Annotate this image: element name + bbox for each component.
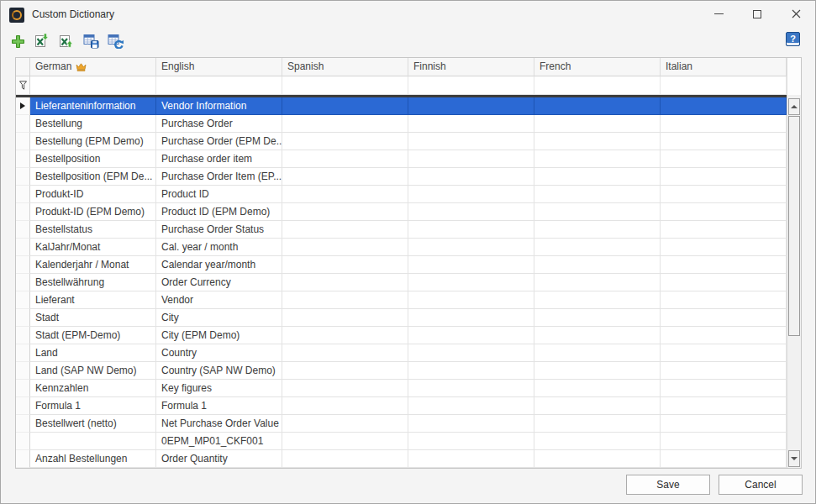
- cell-english[interactable]: Purchase Order (EPM De...: [156, 133, 282, 150]
- cell-german[interactable]: Bestellposition: [30, 150, 156, 168]
- cell-finnish[interactable]: [408, 150, 534, 168]
- column-header-finnish[interactable]: Finnish: [408, 58, 534, 76]
- cell-spanish[interactable]: [282, 239, 408, 256]
- cell-english[interactable]: Country: [156, 344, 282, 362]
- cell-french[interactable]: [534, 362, 661, 380]
- cell-english[interactable]: Order Currency: [156, 274, 282, 291]
- cell-german[interactable]: Lieferanteninformation: [30, 97, 156, 115]
- cell-italian[interactable]: [661, 97, 787, 115]
- cell-italian[interactable]: [661, 203, 787, 221]
- cell-finnish[interactable]: [408, 168, 534, 186]
- row-indicator-cell[interactable]: [16, 397, 30, 415]
- cell-german[interactable]: Produkt-ID (EPM Demo): [30, 203, 156, 221]
- cell-french[interactable]: [534, 168, 661, 186]
- cell-spanish[interactable]: [282, 450, 408, 468]
- cell-german[interactable]: Bestellung: [30, 115, 156, 133]
- column-header-french[interactable]: French: [534, 58, 661, 76]
- cell-finnish[interactable]: [408, 344, 534, 362]
- cell-spanish[interactable]: [282, 186, 408, 203]
- cell-english[interactable]: City (EPM Demo): [156, 327, 282, 344]
- cell-french[interactable]: [534, 97, 661, 115]
- cell-italian[interactable]: [661, 168, 787, 186]
- row-indicator-cell[interactable]: [16, 133, 30, 150]
- cell-english[interactable]: Net Purchase Order Value: [156, 415, 282, 433]
- cancel-button[interactable]: Cancel: [719, 475, 803, 495]
- cell-italian[interactable]: [661, 133, 787, 150]
- cell-english[interactable]: Purchase Order Status: [156, 221, 282, 239]
- cell-finnish[interactable]: [408, 397, 534, 415]
- cell-german[interactable]: Anzahl Bestellungen: [30, 450, 156, 468]
- row-indicator-cell[interactable]: [16, 327, 30, 344]
- row-indicator-cell[interactable]: [16, 256, 30, 274]
- cell-german[interactable]: Bestellposition (EPM De...: [30, 168, 156, 186]
- cell-italian[interactable]: [661, 221, 787, 239]
- maximize-button[interactable]: [738, 1, 777, 27]
- row-indicator-cell[interactable]: [16, 274, 30, 291]
- cell-german[interactable]: Bestellung (EPM Demo): [30, 133, 156, 150]
- cell-finnish[interactable]: [408, 256, 534, 274]
- cell-finnish[interactable]: [408, 380, 534, 397]
- cell-french[interactable]: [534, 327, 661, 344]
- cell-french[interactable]: [534, 239, 661, 256]
- cell-english[interactable]: 0EPM_MP01_CKF001: [156, 433, 282, 450]
- cell-french[interactable]: [534, 256, 661, 274]
- column-header-english[interactable]: English: [156, 58, 282, 76]
- cell-spanish[interactable]: [282, 256, 408, 274]
- close-button[interactable]: [777, 1, 815, 27]
- column-header-german[interactable]: German: [30, 58, 156, 76]
- cell-finnish[interactable]: [408, 221, 534, 239]
- cell-spanish[interactable]: [282, 97, 408, 115]
- row-indicator-cell[interactable]: [16, 380, 30, 397]
- cell-finnish[interactable]: [408, 327, 534, 344]
- row-indicator-cell[interactable]: [16, 450, 30, 468]
- column-header-italian[interactable]: Italian: [661, 58, 787, 76]
- cell-english[interactable]: Purchase Order Item (EP...: [156, 168, 282, 186]
- row-indicator-cell[interactable]: [16, 344, 30, 362]
- scrollbar-track[interactable]: [787, 95, 801, 468]
- filter-cell-italian[interactable]: [661, 76, 787, 95]
- cell-italian[interactable]: [661, 274, 787, 291]
- cell-spanish[interactable]: [282, 415, 408, 433]
- cell-french[interactable]: [534, 309, 661, 327]
- cell-german[interactable]: Bestellwert (netto): [30, 415, 156, 433]
- row-indicator-cell[interactable]: [16, 433, 30, 450]
- cell-spanish[interactable]: [282, 150, 408, 168]
- cell-italian[interactable]: [661, 327, 787, 344]
- cell-finnish[interactable]: [408, 239, 534, 256]
- minimize-button[interactable]: [699, 1, 738, 27]
- cell-english[interactable]: Purchase order item: [156, 150, 282, 168]
- import-excel-button[interactable]: [33, 31, 51, 51]
- cell-finnish[interactable]: [408, 97, 534, 115]
- cell-english[interactable]: Purchase Order: [156, 115, 282, 133]
- cell-english[interactable]: Vendor Information: [156, 97, 282, 115]
- cell-english[interactable]: Cal. year / month: [156, 239, 282, 256]
- cell-finnish[interactable]: [408, 203, 534, 221]
- cell-german[interactable]: Produkt-ID: [30, 186, 156, 203]
- cell-english[interactable]: Vendor: [156, 291, 282, 309]
- cell-french[interactable]: [534, 291, 661, 309]
- cell-spanish[interactable]: [282, 133, 408, 150]
- cell-french[interactable]: [534, 203, 661, 221]
- cell-italian[interactable]: [661, 397, 787, 415]
- cell-english[interactable]: Formula 1: [156, 397, 282, 415]
- cell-french[interactable]: [534, 415, 661, 433]
- scrollbar-thumb[interactable]: [788, 116, 800, 336]
- cell-spanish[interactable]: [282, 327, 408, 344]
- cell-spanish[interactable]: [282, 203, 408, 221]
- cell-spanish[interactable]: [282, 115, 408, 133]
- cell-english[interactable]: City: [156, 309, 282, 327]
- cell-finnish[interactable]: [408, 133, 534, 150]
- row-indicator-cell[interactable]: [16, 362, 30, 380]
- cell-french[interactable]: [534, 133, 661, 150]
- export-excel-button[interactable]: [57, 31, 76, 51]
- row-indicator-cell[interactable]: [16, 203, 30, 221]
- cell-french[interactable]: [534, 221, 661, 239]
- cell-french[interactable]: [534, 115, 661, 133]
- cell-french[interactable]: [534, 186, 661, 203]
- row-indicator-cell[interactable]: [16, 415, 30, 433]
- cell-french[interactable]: [534, 380, 661, 397]
- cell-french[interactable]: [534, 450, 661, 468]
- cell-french[interactable]: [534, 344, 661, 362]
- save-button[interactable]: Save: [626, 475, 710, 495]
- cell-english[interactable]: Country (SAP NW Demo): [156, 362, 282, 380]
